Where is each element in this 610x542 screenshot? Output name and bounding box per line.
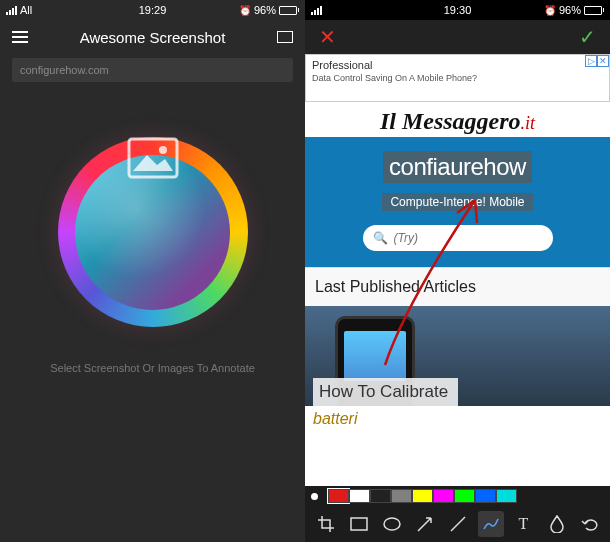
clock: 19:30 bbox=[444, 4, 472, 16]
color-swatch[interactable] bbox=[349, 489, 370, 503]
url-text: configurehow.com bbox=[20, 64, 109, 76]
search-icon: 🔍 bbox=[373, 231, 388, 245]
status-bar-right: 19:30 ⏰ 96% bbox=[305, 0, 610, 20]
status-bar-left: All 19:29 ⏰ 96% bbox=[0, 0, 305, 20]
battery-icon bbox=[279, 6, 299, 15]
annotation-toolbar: T bbox=[305, 506, 610, 542]
confirm-button[interactable]: ✓ bbox=[579, 25, 596, 49]
ellipse-tool[interactable] bbox=[379, 511, 405, 537]
signal-icon bbox=[311, 6, 322, 15]
section-title: Last Published Articles bbox=[305, 267, 610, 306]
color-swatch[interactable] bbox=[370, 489, 391, 503]
url-input[interactable]: configurehow.com bbox=[12, 58, 293, 82]
article-title: How To Calibrate bbox=[313, 378, 458, 406]
search-input[interactable] bbox=[394, 231, 543, 245]
svg-rect-2 bbox=[351, 518, 367, 530]
color-swatch[interactable] bbox=[433, 489, 454, 503]
color-swatch[interactable] bbox=[475, 489, 496, 503]
article-card[interactable]: How To Calibrate batteri bbox=[305, 306, 610, 406]
carrier-label: All bbox=[20, 4, 32, 16]
blur-tool[interactable] bbox=[544, 511, 570, 537]
ad-title: Professional bbox=[312, 59, 603, 71]
site-logo[interactable]: Il Messaggero .it bbox=[305, 102, 610, 137]
hero-section: confiaurehow Compute-Intense! Mobile 🔍 bbox=[305, 137, 610, 267]
freehand-tool[interactable] bbox=[478, 511, 504, 537]
color-palette bbox=[305, 486, 610, 506]
color-swatch[interactable] bbox=[391, 489, 412, 503]
color-swatch[interactable] bbox=[454, 489, 475, 503]
hint-text: Select Screenshot Or Images To Annotate bbox=[0, 362, 305, 374]
arrow-tool[interactable] bbox=[412, 511, 438, 537]
ad-close-button[interactable]: ✕ bbox=[597, 55, 609, 67]
color-swatch[interactable] bbox=[412, 489, 433, 503]
menu-button[interactable] bbox=[12, 31, 28, 43]
logo-text: Il Messaggero bbox=[380, 108, 521, 135]
battery-icon bbox=[584, 6, 604, 15]
svg-rect-0 bbox=[129, 139, 177, 177]
select-image-button[interactable] bbox=[0, 137, 305, 327]
hero-headline: confiaurehow bbox=[383, 151, 532, 183]
ad-info-icon[interactable]: ▷ bbox=[585, 55, 597, 67]
line-tool[interactable] bbox=[445, 511, 471, 537]
search-field[interactable]: 🔍 bbox=[363, 225, 553, 251]
clock: 19:29 bbox=[139, 4, 167, 16]
rectangle-tool[interactable] bbox=[346, 511, 372, 537]
svg-point-3 bbox=[384, 518, 400, 530]
ad-subtitle: Data Control Saving On A Mobile Phone? bbox=[312, 73, 603, 83]
cancel-button[interactable]: ✕ bbox=[319, 25, 336, 49]
undo-button[interactable] bbox=[577, 511, 603, 537]
tabs-button[interactable] bbox=[277, 31, 293, 43]
article-subtitle: batteri bbox=[313, 410, 357, 428]
battery-percent: 96% bbox=[559, 4, 581, 16]
app-title: Awesome Screenshot bbox=[80, 29, 226, 46]
color-swatch[interactable] bbox=[496, 489, 517, 503]
crop-tool[interactable] bbox=[313, 511, 339, 537]
text-tool[interactable]: T bbox=[511, 511, 537, 537]
brush-size-indicator[interactable] bbox=[311, 493, 318, 500]
svg-point-1 bbox=[159, 146, 167, 154]
color-swatch[interactable] bbox=[328, 489, 349, 503]
hero-subtitle: Compute-Intense! Mobile bbox=[382, 193, 532, 211]
ad-banner[interactable]: Professional Data Control Saving On A Mo… bbox=[305, 54, 610, 102]
battery-percent: 96% bbox=[254, 4, 276, 16]
picture-icon bbox=[127, 137, 179, 179]
alarm-icon: ⏰ bbox=[239, 5, 251, 16]
signal-icon bbox=[6, 6, 17, 15]
alarm-icon: ⏰ bbox=[544, 5, 556, 16]
logo-suffix: .it bbox=[521, 113, 536, 134]
